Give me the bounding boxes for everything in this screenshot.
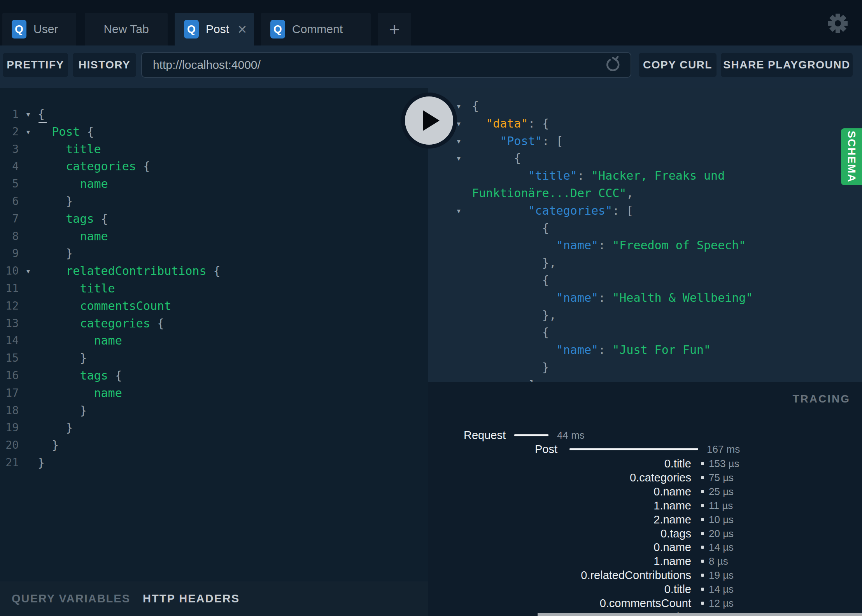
code-text: { — [472, 150, 521, 167]
code-text: }, — [472, 254, 556, 272]
fold-arrow-icon[interactable]: ▾ — [19, 123, 38, 141]
trace-field-value: 12 µs — [709, 597, 734, 609]
tab-label: Post — [206, 23, 229, 36]
trace-field-label: 0.relatedContributions — [581, 569, 691, 582]
settings-gear-icon[interactable] — [828, 13, 848, 33]
editor-line: 6 } — [0, 193, 428, 210]
editor-line: 14 name — [0, 332, 428, 350]
query-editor-pane[interactable]: 1▾{2▾ Post {3 title4 categories {5 name6… — [0, 88, 428, 581]
editor-line: 2▾ Post { — [0, 123, 428, 141]
close-tab-icon[interactable]: × — [238, 21, 247, 37]
code-segment: { — [94, 212, 108, 226]
code-segment: } — [38, 438, 59, 452]
endpoint-url-input[interactable] — [153, 58, 603, 72]
line-number: 18 — [0, 402, 19, 420]
code-text: } — [38, 419, 73, 437]
trace-field-label: 0.tags — [661, 527, 691, 540]
line-number: 15 — [0, 350, 19, 367]
trace-field-label: 1.name — [654, 555, 691, 568]
add-tab-button[interactable]: + — [378, 13, 411, 46]
trace-field-label: 0.title — [664, 583, 691, 596]
tab-user[interactable]: Q User — [2, 13, 76, 46]
http-headers-tab[interactable]: HTTP HEADERS — [143, 592, 240, 605]
schema-tab-label: SCHEMA — [845, 131, 858, 182]
history-button[interactable]: HISTORY — [73, 53, 136, 77]
code-segment — [472, 134, 500, 148]
code-segment — [38, 229, 80, 243]
fold-gutter — [19, 158, 38, 175]
code-segment: } — [38, 194, 73, 208]
line-number: 11 — [0, 280, 19, 298]
editor-line: 8 name — [0, 228, 428, 245]
fold-gutter — [19, 280, 38, 298]
collapse-gutter — [428, 185, 472, 202]
response-line: }, — [428, 254, 862, 272]
collapse-arrow-icon[interactable]: ▾ — [428, 150, 472, 167]
tab-label: Comment — [292, 23, 343, 36]
execute-query-button[interactable] — [401, 93, 457, 149]
fold-arrow-icon[interactable]: ▾ — [19, 262, 38, 280]
code-text: name — [38, 385, 122, 402]
reload-icon[interactable] — [603, 56, 621, 74]
share-playground-button[interactable]: SHARE PLAYGROUND — [721, 53, 853, 77]
response-line: ▾ "data": { — [428, 115, 862, 133]
query-badge: Q — [270, 20, 285, 38]
trace-dot — [701, 560, 704, 563]
code-text: { — [472, 98, 479, 115]
code-segment: { — [136, 159, 150, 173]
editor-footer: QUERY VARIABLES HTTP HEADERS — [0, 581, 428, 616]
tracing-title: TRACING — [792, 393, 850, 405]
tab-new-tab[interactable]: New Tab — [85, 13, 168, 46]
code-segment: : { — [528, 117, 549, 130]
code-segment: }, — [472, 308, 556, 322]
code-text: categories { — [38, 158, 150, 175]
code-text: tags { — [38, 367, 122, 385]
collapse-gutter — [428, 341, 472, 359]
code-segment: } — [38, 456, 45, 469]
code-text: } — [38, 402, 87, 420]
code-segment: categories — [66, 159, 136, 173]
text-cursor — [39, 122, 47, 123]
fold-gutter — [19, 385, 38, 402]
collapse-gutter — [428, 254, 472, 272]
prettify-button[interactable]: PRETTIFY — [3, 53, 68, 77]
trace-dot — [701, 476, 704, 479]
code-text: title — [38, 280, 115, 298]
code-text: name — [38, 228, 108, 245]
fold-arrow-icon[interactable]: ▾ — [19, 106, 38, 123]
horizontal-scrollbar[interactable] — [538, 613, 862, 616]
code-segment: "Health & Wellbeing" — [612, 291, 753, 304]
editor-line: 5 name — [0, 175, 428, 193]
editor-line: 19 } — [0, 419, 428, 437]
query-variables-tab[interactable]: QUERY VARIABLES — [12, 592, 130, 605]
trace-field-value: 14 µs — [709, 541, 734, 553]
collapse-gutter — [428, 237, 472, 254]
code-segment — [38, 125, 52, 138]
trace-dot — [701, 490, 704, 493]
code-segment: ] — [472, 378, 535, 382]
trace-field-value: 10 µs — [709, 513, 734, 525]
fold-gutter — [19, 332, 38, 350]
fold-gutter — [19, 454, 38, 472]
trace-dot — [701, 518, 704, 521]
code-segment — [472, 291, 556, 304]
editor-line: 15 } — [0, 350, 428, 367]
line-number: 17 — [0, 385, 19, 402]
code-segment — [38, 264, 66, 278]
copy-curl-button[interactable]: COPY CURL — [639, 53, 717, 77]
tab-post[interactable]: Q Post × — [175, 13, 254, 46]
code-segment: { — [206, 264, 220, 278]
line-number: 12 — [0, 298, 19, 315]
code-segment: name — [80, 177, 108, 191]
trace-field-label: 0.commentsCount — [600, 597, 691, 610]
schema-side-tab[interactable]: SCHEMA — [841, 128, 862, 185]
collapse-gutter — [428, 167, 472, 185]
trace-dot — [701, 588, 704, 591]
code-segment: { — [38, 107, 45, 121]
tab-comment[interactable]: Q Comment — [261, 13, 371, 46]
collapse-arrow-icon[interactable]: ▾ — [428, 202, 472, 220]
trace-field-label: 0.name — [654, 541, 691, 554]
code-segment: tags — [66, 212, 94, 226]
trace-duration-bar — [569, 448, 698, 450]
response-line: ▾ { — [428, 150, 862, 167]
